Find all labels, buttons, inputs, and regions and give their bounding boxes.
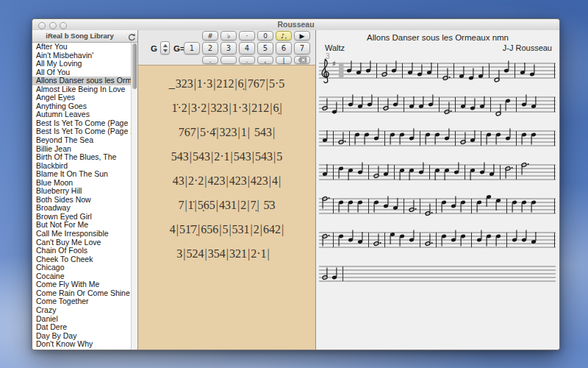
- list-item[interactable]: Blame It On The Sun: [32, 170, 132, 179]
- staff-system: [318, 191, 556, 224]
- list-item[interactable]: Blue Moon: [32, 179, 132, 188]
- list-item[interactable]: Both Sides Now: [32, 196, 132, 205]
- staff-system: [318, 225, 556, 258]
- list-item[interactable]: Chicago: [32, 263, 132, 272]
- toolbar-button-flat[interactable]: ♭: [220, 31, 237, 40]
- list-item[interactable]: Dat Dere: [32, 323, 132, 332]
- list-item[interactable]: Best Is Yet To Come (Page 2), The: [32, 127, 132, 136]
- staff-system: ♯: [318, 56, 556, 88]
- toolbar-button-low-dot[interactable]: .: [239, 56, 255, 64]
- toolbar-button-digit-5[interactable]: 5: [257, 42, 273, 54]
- key-stepper[interactable]: [160, 41, 170, 54]
- notation-line: 43 | 2·2 | 423 | 423 | 423 | 4 |: [138, 169, 315, 193]
- treble-clef-icon: [322, 60, 329, 83]
- notation-line: 3 | 524 | 354 | 321 | 2·1 |: [138, 241, 315, 266]
- notation-line: 1̇·2 | 3·2 | 323 | 1·3 | 212 | 6̣ |: [138, 96, 315, 120]
- toolbar-button-dot[interactable]: ·: [239, 31, 255, 40]
- sidebar-scrollbar[interactable]: [131, 43, 137, 350]
- toolbar-button-digit-7[interactable]: 7: [294, 42, 310, 54]
- notation-line: 4 | 51̇7̣ | 656 | 5 | 531 | 2 | 642 |: [138, 217, 315, 241]
- sidebar-header: iReal b Song Library: [32, 30, 137, 43]
- list-item[interactable]: Blackbird: [32, 162, 132, 171]
- toolbar-button-digit-3[interactable]: 3: [220, 42, 237, 54]
- list-item[interactable]: Come Fly With Me: [32, 280, 132, 289]
- list-item[interactable]: Come Rain Or Come Shine: [32, 289, 132, 298]
- notation-line: _ 323 | 1·3 | 212 | 6̣ | 767 | 5·5: [138, 71, 315, 96]
- list-item[interactable]: All Of You: [32, 68, 132, 77]
- list-item[interactable]: Can't Buy Me Love: [32, 238, 132, 247]
- list-item[interactable]: Allons Danser sous les Ormeau...: [32, 77, 132, 85]
- list-item[interactable]: Ain't Misbehavin': [32, 52, 132, 60]
- notation-line: 7 | 1̇ | 5̣65 | 431 | 2 | 7̣ | 5̇3: [138, 193, 315, 217]
- backspace-icon: [298, 57, 307, 63]
- staff-system: [318, 259, 556, 291]
- toolbar-button-digit-1[interactable]: 1: [184, 42, 200, 54]
- list-item[interactable]: Beyond The Sea: [32, 136, 132, 145]
- toolbar-button-barline[interactable]: |: [276, 56, 292, 64]
- toolbar-button-sharp[interactable]: #: [202, 31, 218, 40]
- list-item[interactable]: Anything Goes: [32, 102, 132, 111]
- refresh-button[interactable]: [127, 32, 136, 40]
- list-item[interactable]: Don't Know Why: [32, 340, 132, 349]
- key-signature-sharp: ♯: [332, 60, 336, 68]
- toolbar-button-digit-2[interactable]: 2: [202, 42, 218, 54]
- scrollbar-thumb[interactable]: [132, 43, 137, 89]
- toolbar-button-digit-4[interactable]: 4: [239, 42, 255, 54]
- toolbar-button-play[interactable]: ▶: [294, 31, 310, 40]
- list-item[interactable]: Billie Jean: [32, 145, 132, 154]
- window-content: iReal b Song Library After YouAin't Misb…: [32, 30, 559, 350]
- toolbar-button-backspace[interactable]: [294, 56, 310, 64]
- app-window: Rousseau iReal b Song Library After YouA…: [32, 18, 560, 350]
- numeric-notation[interactable]: _ 323 | 1·3 | 212 | 6̣ | 767 | 5·51̇·2 |…: [138, 65, 315, 350]
- stepper-up-icon: [163, 44, 168, 47]
- list-item[interactable]: Cocaine: [32, 272, 132, 281]
- toolbar-button-comma[interactable]: ,: [257, 56, 273, 64]
- list-item[interactable]: Crazy: [32, 306, 132, 315]
- tempo-label: Waltz: [325, 43, 345, 52]
- list-item[interactable]: Broadway: [32, 204, 132, 213]
- sidebar: iReal b Song Library After YouAin't Misb…: [32, 30, 138, 350]
- entry-toolbar: G G= #♭·0♪,▶1234567..,|: [138, 30, 315, 65]
- list-item[interactable]: Come Together: [32, 297, 132, 306]
- list-item[interactable]: Autumn Leaves: [32, 110, 132, 119]
- score-title: Allons Danser sous les Ormeaux nmn: [316, 33, 559, 42]
- list-item[interactable]: Day By Day: [32, 332, 132, 341]
- list-item[interactable]: But Not For Me: [32, 221, 132, 230]
- staff-system: [318, 90, 556, 122]
- key-label: G: [151, 44, 157, 53]
- stepper-down-icon: [163, 49, 168, 52]
- score-cursor: [339, 63, 344, 79]
- editor-panel: G G= #♭·0♪,▶1234567..,| _ 323 | 1·3 | 21…: [138, 30, 316, 350]
- toolbar-button-octave-dot[interactable]: .: [202, 56, 218, 64]
- list-item[interactable]: After You: [32, 43, 132, 52]
- song-list: After YouAin't Misbehavin'All My LovingA…: [32, 43, 132, 350]
- list-item[interactable]: Blueberry Hill: [32, 187, 132, 196]
- list-item[interactable]: All My Loving: [32, 60, 132, 68]
- score-panel: Allons Danser sous les Ormeaux nmn Waltz…: [316, 30, 559, 350]
- list-item[interactable]: Birth Of The Blues, The: [32, 153, 132, 162]
- staff-system: [318, 158, 556, 190]
- toolbar-button-zero[interactable]: 0: [257, 31, 273, 40]
- list-item[interactable]: Cheek To Cheek: [32, 255, 132, 264]
- list-item[interactable]: Angel Eyes: [32, 93, 132, 102]
- refresh-icon: [127, 33, 136, 42]
- list-item[interactable]: Best Is Yet To Come (Page 1), The: [32, 119, 132, 128]
- list-item[interactable]: Brown Eyed Girl: [32, 213, 132, 222]
- notation-line: 543 | 543 | 2·1 | 543 | 543 | 5: [138, 144, 315, 169]
- list-item[interactable]: Chain Of Fools: [32, 247, 132, 255]
- sidebar-header-label: iReal b Song Library: [32, 32, 127, 40]
- titlebar[interactable]: Rousseau: [32, 19, 559, 31]
- notation-line: 767 | 5·4̇ | 323 | 1 | 543 |: [138, 120, 315, 144]
- staves: ♯: [318, 56, 556, 293]
- toolbar-button-blank[interactable]: [220, 56, 237, 64]
- composer-label: J-J Rousseau: [503, 43, 552, 52]
- toolbar-button-note-toggle[interactable]: ♪,: [276, 31, 292, 40]
- staff-system: [318, 124, 556, 156]
- toolbar-button-digit-6[interactable]: 6: [276, 42, 292, 54]
- list-item[interactable]: Call Me Irresponsible: [32, 230, 132, 238]
- window-title: Rousseau: [32, 20, 559, 29]
- list-item[interactable]: Almost Like Being In Love: [32, 85, 132, 94]
- list-item[interactable]: Daniel: [32, 315, 132, 324]
